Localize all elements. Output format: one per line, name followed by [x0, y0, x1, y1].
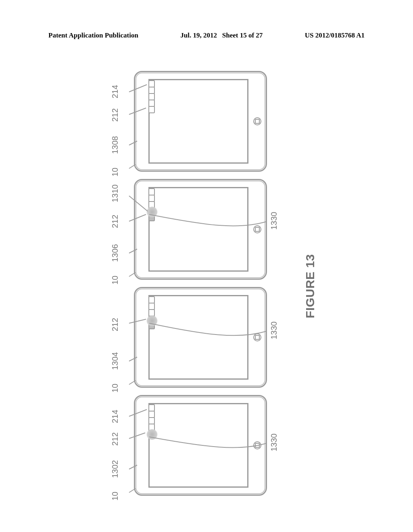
ref-device: 10	[111, 384, 120, 393]
tab-bar	[148, 80, 155, 112]
header-date: Jul. 19, 2012	[180, 31, 217, 39]
tablet-frame-4: 10 1308 212 214	[134, 71, 267, 172]
touch-indicator	[146, 315, 158, 326]
tablet-frame-2: 10 1304 212 1330	[134, 287, 267, 388]
tab-item	[148, 411, 155, 418]
tab-item-last	[148, 80, 155, 87]
ref-tablast: 214	[111, 85, 120, 98]
tab-item	[148, 195, 155, 202]
tab-item	[148, 87, 155, 94]
ref-device: 10	[111, 276, 120, 285]
header-sheet: Sheet 15 of 27	[222, 31, 263, 39]
tab-item-last	[148, 188, 155, 195]
header-mid: Jul. 19, 2012 Sheet 15 of 27	[138, 31, 305, 39]
home-button	[253, 225, 261, 233]
ref-swipe: 1330	[269, 212, 279, 230]
ref-device: 10	[111, 492, 120, 501]
touch-indicator	[146, 206, 158, 218]
tab-item	[148, 303, 155, 310]
ref-device: 10	[111, 168, 120, 177]
ref-swipe: 1330	[269, 322, 279, 340]
ref-tabbar: 212	[111, 215, 120, 228]
tab-item	[148, 106, 155, 113]
tablet-frame-3: 10 1306 212 1310 1330	[134, 179, 267, 280]
header-left: Patent Application Publication	[48, 31, 138, 39]
tablet-screen	[148, 295, 248, 380]
ref-state-1302: 1302	[111, 460, 120, 478]
home-button	[253, 117, 261, 125]
figure-caption: FIGURE 13	[303, 254, 317, 318]
tab-item-last	[148, 296, 155, 303]
tab-item	[148, 100, 155, 107]
ref-tabbar: 212	[111, 432, 120, 446]
device-row: 10 1302 212 214 1330	[134, 71, 267, 496]
tab-item	[148, 417, 155, 424]
page-header: Patent Application Publication Jul. 19, …	[48, 31, 365, 39]
ref-tabbar: 212	[111, 318, 120, 331]
ref-tabbar: 212	[111, 108, 120, 122]
home-button	[253, 333, 261, 341]
touch-indicator	[146, 429, 158, 440]
tab-item-last	[148, 404, 155, 411]
ref-state-1304: 1304	[111, 352, 120, 370]
ref-state-1306: 1306	[111, 244, 120, 262]
tablet-screen	[148, 403, 248, 488]
ref-state-1308: 1308	[111, 136, 120, 154]
header-pubno: US 2012/0185768 A1	[305, 31, 365, 39]
figure-rotor: 10 1302 212 214 1330	[65, 64, 348, 508]
tablet-frame-1: 10 1302 212 214 1330	[134, 395, 267, 496]
ref-swipe: 1330	[269, 434, 279, 452]
ref-tabsel: 1310	[111, 185, 120, 203]
tab-item	[148, 93, 155, 100]
ref-tablast: 214	[111, 410, 120, 423]
home-button	[253, 441, 261, 449]
tablet-screen	[148, 79, 248, 164]
tablet-screen	[148, 187, 248, 272]
